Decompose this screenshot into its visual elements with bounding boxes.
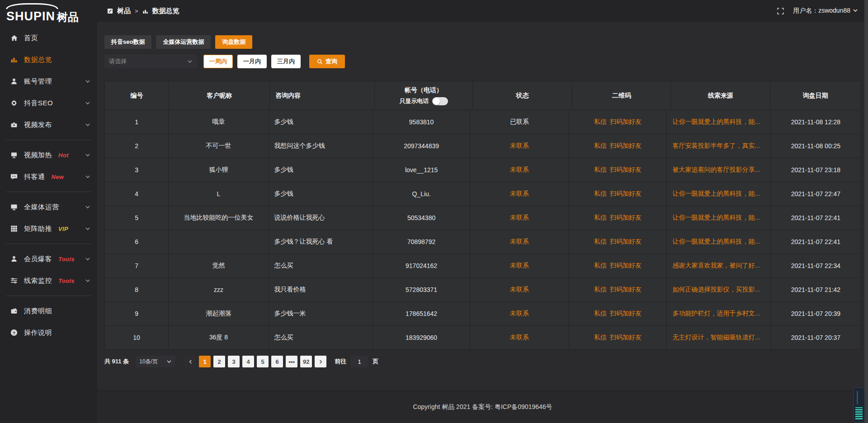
- cell-account: 183929060: [373, 326, 470, 349]
- sidebar-item-视频加热[interactable]: 视频加热Hot: [0, 144, 97, 166]
- sidebar-item-label: 全媒体运营: [24, 203, 59, 212]
- cell-content: 多少钱？让我死心 看: [269, 230, 373, 254]
- source-link[interactable]: 让你一眼就爱上的黑科技，能...: [672, 190, 760, 198]
- qr-link-私信[interactable]: 私信: [594, 238, 607, 246]
- phone-only-toggle[interactable]: [432, 97, 448, 105]
- cell-qrcode: 私信扫码加好友: [569, 158, 667, 182]
- qr-link-私信[interactable]: 私信: [594, 118, 607, 126]
- user-name-text: 用户名：zswodun88: [793, 7, 850, 15]
- filter-select-placeholder: 请选择: [109, 57, 127, 66]
- column-header-nickname: 客户昵称: [169, 81, 269, 110]
- qr-link-扫码加好友[interactable]: 扫码加好友: [610, 310, 642, 318]
- range-button-一月内[interactable]: 一月内: [237, 55, 267, 68]
- qr-link-扫码加好友[interactable]: 扫码加好友: [610, 166, 642, 174]
- range-button-三月内[interactable]: 三月内: [271, 55, 301, 68]
- page-ellipsis[interactable]: •••: [286, 356, 297, 367]
- qr-link-私信[interactable]: 私信: [594, 142, 607, 150]
- cell-nickname: L: [169, 182, 268, 206]
- cell-source: 感谢大家喜欢我家，被问了好...: [667, 254, 770, 277]
- cell-id: 8: [105, 278, 168, 301]
- range-button-一周内[interactable]: 一周内: [203, 55, 233, 68]
- tab-全媒体运营数据[interactable]: 全媒体运营数据: [156, 35, 211, 49]
- next-page-button[interactable]: [315, 356, 326, 367]
- qr-link-扫码加好友[interactable]: 扫码加好友: [610, 142, 642, 150]
- source-link[interactable]: 感谢大家喜欢我家，被问了好...: [672, 262, 760, 270]
- status-text: 未联系: [510, 166, 529, 174]
- page-button-1[interactable]: 1: [199, 356, 211, 367]
- qr-link-扫码加好友[interactable]: 扫码加好友: [610, 118, 642, 126]
- qr-link-扫码加好友[interactable]: 扫码加好友: [610, 238, 642, 246]
- table-row: 2不可一世我想问这个多少钱2097344839未联系私信扫码加好友客厅安装投影半…: [105, 134, 860, 158]
- cell-content: 多少钱: [269, 158, 373, 182]
- page-button-5[interactable]: 5: [257, 356, 269, 367]
- qr-link-私信[interactable]: 私信: [594, 286, 607, 294]
- qr-link-私信[interactable]: 私信: [594, 310, 607, 318]
- source-link[interactable]: 被大家追着问的客厅投影分享...: [672, 166, 760, 174]
- sidebar-item-消费明细[interactable]: 消费明细: [0, 300, 97, 322]
- qr-links: 私信扫码加好友: [594, 262, 642, 270]
- page-button-3[interactable]: 3: [228, 356, 240, 367]
- page-button-4[interactable]: 4: [242, 356, 254, 367]
- qr-link-私信[interactable]: 私信: [594, 334, 607, 342]
- sidebar-item-抖音SEO[interactable]: 抖音SEO: [0, 92, 97, 114]
- qr-links: 私信扫码加好友: [594, 334, 642, 342]
- cell-qrcode: 私信扫码加好友: [569, 254, 667, 277]
- tab-询盘数据[interactable]: 询盘数据: [215, 35, 252, 49]
- sidebar-item-抖客通[interactable]: 抖客通New: [0, 166, 97, 188]
- sidebar-item-首页[interactable]: 首页: [0, 27, 97, 49]
- page-button-92[interactable]: 92: [300, 356, 312, 367]
- qr-link-扫码加好友[interactable]: 扫码加好友: [610, 190, 642, 198]
- page-button-2[interactable]: 2: [213, 356, 225, 367]
- table-row: 3狐小狸多少钱love__1215未联系私信扫码加好友被大家追着问的客厅投影分享…: [105, 158, 860, 182]
- question-icon: ?: [10, 329, 18, 337]
- sidebar-item-全媒体运营[interactable]: 全媒体运营: [0, 196, 97, 218]
- chevron-down-icon: [85, 79, 90, 84]
- source-link[interactable]: 让你一眼就爱上的黑科技，能...: [672, 214, 760, 222]
- source-link[interactable]: 客厅安装投影半年多了，真实...: [672, 142, 760, 150]
- sidebar-item-label: 矩阵助推: [24, 225, 52, 233]
- qr-links: 私信扫码加好友: [594, 142, 642, 150]
- sidebar-item-会员爆客[interactable]: 会员爆客Tools: [0, 248, 97, 270]
- cell-status: 未联系: [470, 326, 568, 349]
- table-row: 8zzz我只看价格572803371未联系私信扫码加好友如何正确选择投影仪，买投…: [105, 278, 860, 301]
- cell-account: 572803371: [373, 278, 470, 301]
- sidebar-item-矩阵助推[interactable]: 矩阵助推VIP: [0, 218, 97, 240]
- scrollbar[interactable]: [864, 0, 868, 423]
- sidebar-item-视频发布[interactable]: 视频发布: [0, 114, 97, 136]
- qr-links: 私信扫码加好友: [594, 286, 642, 294]
- filter-select[interactable]: 请选择: [104, 55, 197, 68]
- sidebar-badge: VIP: [58, 226, 68, 232]
- fullscreen-icon[interactable]: [777, 8, 784, 14]
- qr-link-扫码加好友[interactable]: 扫码加好友: [610, 262, 642, 270]
- query-button[interactable]: 查询: [309, 55, 345, 68]
- qr-link-扫码加好友[interactable]: 扫码加好友: [610, 286, 642, 294]
- source-link[interactable]: 如何正确选择投影仪，买投影...: [672, 286, 760, 294]
- source-link[interactable]: 让你一眼就爱上的黑科技，能...: [672, 238, 760, 246]
- qr-link-私信[interactable]: 私信: [594, 166, 607, 174]
- prev-page-button[interactable]: [184, 356, 196, 367]
- sidebar-item-操作说明[interactable]: ?操作说明: [0, 322, 97, 343]
- qr-link-私信[interactable]: 私信: [594, 262, 607, 270]
- breadcrumb-root[interactable]: 树品: [117, 7, 131, 15]
- page-button-6[interactable]: 6: [271, 356, 283, 367]
- sidebar-item-数据总览[interactable]: 数据总览: [0, 49, 97, 70]
- chevron-down-icon: [85, 174, 90, 179]
- cell-nickname: zzz: [169, 278, 268, 301]
- wallet-icon: [10, 307, 18, 315]
- column-header-id: 编号: [105, 81, 169, 110]
- chevron-down-icon: [85, 122, 90, 127]
- sidebar-item-账号管理[interactable]: 账号管理: [0, 70, 97, 92]
- qr-link-私信[interactable]: 私信: [594, 214, 607, 222]
- sidebar-item-线索监控[interactable]: 线索监控Tools: [0, 270, 97, 291]
- user-menu[interactable]: 用户名：zswodun88: [793, 7, 858, 15]
- page-size-select[interactable]: 10条/页: [136, 356, 175, 367]
- goto-label: 前往: [335, 357, 346, 366]
- qr-link-扫码加好友[interactable]: 扫码加好友: [610, 214, 642, 222]
- source-link[interactable]: 无主灯设计，智能磁吸轨道灯...: [672, 334, 760, 342]
- qr-link-扫码加好友[interactable]: 扫码加好友: [610, 334, 642, 342]
- tab-抖音seo数据[interactable]: 抖音seo数据: [104, 35, 151, 49]
- source-link[interactable]: 多功能护栏灯，适用于乡村文...: [672, 310, 760, 318]
- source-link[interactable]: 让你一眼就爱上的黑科技，能...: [672, 118, 760, 126]
- goto-page-input[interactable]: [350, 356, 368, 367]
- qr-link-私信[interactable]: 私信: [594, 190, 607, 198]
